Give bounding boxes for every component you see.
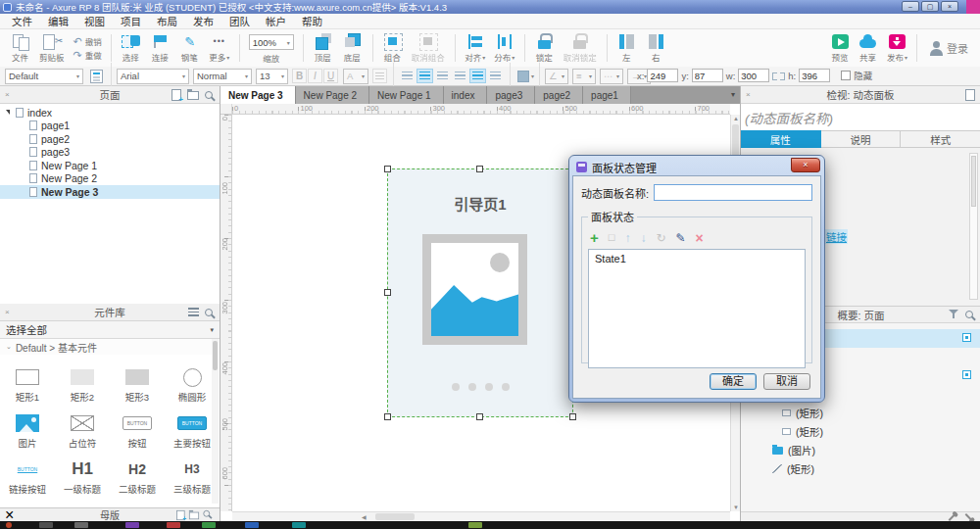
outline-row[interactable]: (矩形) [741, 404, 980, 422]
resize-handle-n[interactable] [476, 166, 483, 172]
menu-item[interactable]: 编辑 [40, 14, 76, 29]
widget-item[interactable]: 图片 [0, 405, 55, 451]
widget-item[interactable]: 矩形2 [55, 359, 110, 405]
bullet-list-button[interactable] [372, 69, 387, 83]
page-item[interactable]: index [0, 106, 220, 120]
select-mode-button[interactable]: 选择 [117, 32, 146, 64]
more-button[interactable]: ••• 更多▾ [205, 32, 234, 64]
undo-button[interactable]: ↶撤销 [74, 35, 102, 47]
resize-handle-w[interactable] [384, 289, 391, 296]
outline-row[interactable]: (矩形) [741, 422, 980, 441]
widget-item[interactable]: 矩形1 [0, 359, 55, 405]
collapse-panel-icon[interactable]: × [746, 90, 751, 99]
menu-item[interactable]: 项目 [113, 14, 149, 29]
align-text-right-button[interactable] [434, 69, 451, 83]
line-color-select[interactable]: ∠▾ [545, 69, 568, 84]
font-weight-select[interactable]: Normal▾ [193, 69, 252, 84]
line-width-select[interactable]: ≡▾ [572, 69, 596, 84]
edit-state-icon[interactable]: ✎ [675, 232, 685, 244]
inspector-scrollbar[interactable] [969, 153, 978, 300]
add-folder-icon[interactable] [189, 511, 199, 519]
hammer-icon[interactable] [965, 513, 973, 521]
menu-icon[interactable] [188, 308, 199, 316]
clipboard-button[interactable]: 剪贴板 [35, 32, 70, 64]
panel-name-input[interactable] [654, 184, 812, 201]
page-item[interactable]: New Page 1 [0, 159, 220, 172]
canvas-tab[interactable]: New Page 2 [296, 86, 369, 104]
preview-button[interactable]: 预览 [827, 32, 854, 64]
align-button[interactable]: 对齐▾ [461, 32, 490, 64]
ungroup-button[interactable]: 取消组合 [408, 32, 450, 64]
dialog-close-button[interactable]: × [791, 158, 820, 172]
expand-caret-icon[interactable] [6, 110, 10, 115]
distribute-button[interactable]: 分布▾ [490, 32, 519, 64]
widget-section-header[interactable]: ⌄ Default > 基本元件 [0, 339, 220, 355]
align-right-button[interactable]: 右 [642, 32, 671, 64]
inspector-tab[interactable]: 属性 [741, 130, 821, 148]
collapse-panel-icon[interactable]: × [5, 90, 10, 99]
move-up-icon[interactable]: ↑ [624, 232, 630, 244]
canvas-tab[interactable]: New Page 3 [220, 86, 296, 104]
collapse-panel-icon[interactable]: × [5, 308, 10, 316]
maximize-button[interactable]: ▢ [921, 1, 939, 12]
zoom-select[interactable]: 100%▾ [249, 34, 294, 50]
widget-item[interactable]: BUTTON 按钮 [110, 405, 165, 451]
share-button[interactable]: 共享 [854, 32, 883, 64]
font-size-select[interactable]: 13▾ [256, 69, 288, 84]
align-left-button[interactable]: 左 [612, 32, 642, 64]
widget-item[interactable] [110, 497, 165, 507]
canvas-tab[interactable]: New Page 1 [369, 86, 443, 104]
unlock-button[interactable]: 取消锁定 [560, 32, 602, 64]
menu-item[interactable]: 视图 [76, 14, 113, 29]
horizontal-scrollbar[interactable]: ◀ [232, 511, 730, 521]
menu-item[interactable]: 团队 [221, 14, 258, 29]
lock-button[interactable]: 锁定 [530, 32, 560, 64]
login-button[interactable]: 登录 [922, 40, 974, 57]
publish-button[interactable]: 发布▾ [883, 32, 911, 64]
repeat-icon[interactable]: ↻ [656, 232, 665, 244]
align-text-top-button[interactable] [452, 69, 468, 83]
send-to-back-button[interactable]: 底层 [338, 32, 368, 64]
height-input[interactable] [799, 69, 830, 82]
tab-overflow-icon[interactable]: ▾ [731, 90, 735, 99]
filter-icon[interactable] [949, 310, 958, 319]
style-preset-select[interactable]: Default▾ [5, 69, 83, 84]
minimize-button[interactable]: – [902, 1, 919, 12]
delete-state-icon[interactable]: × [696, 231, 704, 245]
widget-scrollbar[interactable] [212, 339, 219, 504]
group-button[interactable]: 组合 [378, 32, 408, 64]
width-input[interactable] [738, 69, 769, 82]
interaction-link[interactable]: 链接 [825, 229, 848, 244]
search-icon[interactable] [965, 311, 973, 318]
widget-name-input[interactable]: (动态面板名称) [741, 104, 980, 130]
state-list-item[interactable]: State1 [589, 250, 805, 267]
page-item[interactable]: New Page 3 [0, 185, 220, 199]
search-icon[interactable] [203, 509, 210, 516]
align-text-center-button[interactable] [416, 69, 433, 83]
add-state-icon[interactable]: + [590, 230, 599, 245]
dialog-title-bar[interactable]: 面板状态管理 [572, 159, 821, 175]
widget-library-select[interactable]: 选择全部▾ [0, 321, 220, 339]
link-dimensions-icon[interactable] [772, 71, 785, 80]
inspector-tab[interactable]: 样式 [901, 130, 980, 148]
inspector-tab[interactable]: 说明 [821, 130, 902, 148]
italic-button[interactable]: I [308, 69, 322, 83]
page-item[interactable]: page3 [0, 146, 220, 160]
page-item[interactable]: page1 [0, 120, 220, 133]
fill-color-icon[interactable] [517, 71, 529, 82]
pen-button[interactable]: ✎ 钢笔 [175, 32, 205, 64]
line-style-select[interactable]: ⋯▾ [600, 69, 623, 84]
menu-item[interactable]: 文件 [4, 14, 40, 29]
y-position-input[interactable] [692, 69, 723, 82]
canvas-tab[interactable]: page3 [487, 86, 535, 104]
underline-button[interactable]: U [323, 69, 338, 83]
resize-handle-sw[interactable] [384, 413, 391, 420]
widget-item[interactable] [55, 497, 110, 507]
redo-button[interactable]: ↷重做 [74, 49, 102, 61]
resize-handle-s[interactable] [476, 413, 483, 420]
menu-item[interactable]: 发布 [185, 14, 221, 29]
menu-item[interactable]: 布局 [149, 14, 185, 29]
outline-row[interactable]: (图片) [741, 441, 980, 459]
image-placeholder[interactable] [422, 234, 527, 345]
font-color-select[interactable]: A▾ [343, 69, 368, 84]
